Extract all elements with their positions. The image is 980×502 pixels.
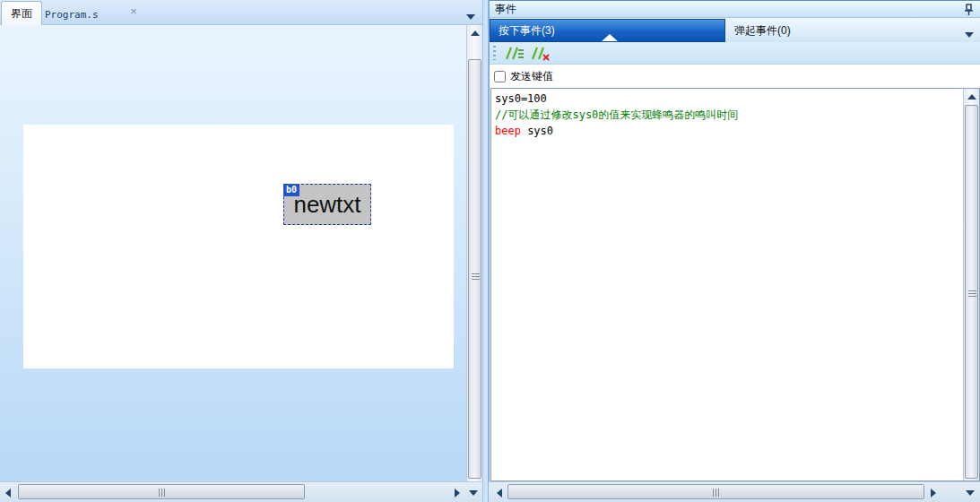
tab-press-event-label: 按下事件(3)	[499, 23, 555, 39]
scroll-up-button[interactable]	[467, 25, 483, 40]
scroll-right-button[interactable]	[449, 485, 465, 500]
code-keyword: beep	[495, 125, 521, 137]
event-panel-title: 事件	[495, 2, 516, 17]
send-key-row: 发送键值	[490, 65, 980, 88]
arrow-right-icon	[455, 489, 460, 498]
design-page[interactable]: b0 newtxt	[23, 125, 454, 368]
toolbar-grip[interactable]	[493, 46, 496, 60]
scroll-up-button[interactable]	[964, 89, 980, 104]
scroll-grip	[713, 489, 720, 497]
hscroll-thumb[interactable]	[18, 484, 305, 499]
tab-release-event[interactable]: 弹起事件(0)	[725, 19, 980, 42]
tab-interface[interactable]: 界面	[1, 1, 42, 25]
code-vscrollbar[interactable]	[963, 89, 979, 480]
tab-press-event[interactable]: 按下事件(3)	[490, 19, 725, 42]
tab-interface-label: 界面	[11, 6, 32, 22]
scroll-down-button[interactable]	[465, 485, 481, 500]
scroll-grip	[159, 489, 166, 497]
vscroll-thumb[interactable]	[965, 105, 978, 479]
event-code-editor[interactable]: sys0=100 //可以通过修改sys0的值来实现蜂鸣器的鸣叫时间 beep …	[490, 88, 980, 481]
design-tabbar: 界面 Program.s ×	[0, 0, 482, 25]
remove-comment-icon[interactable]	[528, 45, 551, 61]
tab-program[interactable]: Program.s	[45, 4, 122, 25]
scroll-grip	[968, 290, 976, 298]
code-hscrollbar[interactable]	[489, 481, 980, 502]
event-panel: 事件 按下事件(3) 弹起事件(0)	[489, 0, 980, 502]
scroll-left-button[interactable]	[491, 485, 507, 500]
code-argument: sys0	[521, 125, 553, 137]
scroll-grip	[472, 273, 480, 281]
chevron-down-icon	[466, 14, 475, 20]
chevron-down-icon	[965, 32, 974, 38]
add-comment-icon[interactable]	[501, 45, 525, 61]
arrow-left-icon	[497, 489, 502, 498]
scroll-down-button[interactable]	[962, 485, 978, 500]
widget-text: newtxt	[293, 191, 360, 219]
tab-program-label: Program.s	[45, 9, 99, 21]
hscroll-thumb[interactable]	[507, 484, 924, 499]
hmi-editor-window: 界面 Program.s × b0 newtxt	[0, 0, 980, 502]
arrow-left-icon	[5, 489, 11, 498]
event-toolbar	[490, 42, 980, 65]
design-canvas[interactable]: b0 newtxt	[0, 25, 466, 481]
arrow-down-icon	[966, 490, 975, 496]
canvas-vscrollbar[interactable]	[466, 25, 482, 481]
code-line-comment: //可以通过修改sys0的值来实现蜂鸣器的鸣叫时间	[495, 107, 979, 123]
code-line: sys0=100	[495, 91, 979, 107]
arrow-up-icon	[967, 94, 976, 100]
vscroll-thumb[interactable]	[468, 59, 481, 479]
send-key-checkbox[interactable]	[494, 71, 506, 82]
button-widget-b0[interactable]: b0 newtxt	[283, 184, 371, 225]
send-key-label: 发送键值	[510, 69, 553, 84]
pin-icon[interactable]	[963, 4, 975, 16]
active-tab-notch	[602, 34, 618, 41]
scroll-right-button[interactable]	[925, 485, 941, 500]
event-tabrow: 按下事件(3) 弹起事件(0)	[490, 19, 980, 42]
panel-splitter[interactable]	[482, 0, 489, 502]
canvas-hscrollbar[interactable]	[0, 481, 482, 502]
close-tab-icon[interactable]: ×	[127, 5, 140, 18]
design-panel: 界面 Program.s × b0 newtxt	[0, 0, 482, 502]
arrow-down-icon	[469, 490, 478, 496]
arrow-right-icon	[931, 489, 936, 498]
widget-id-badge: b0	[283, 184, 299, 196]
event-panel-titlebar: 事件	[490, 0, 980, 18]
tab-release-event-label: 弹起事件(0)	[734, 23, 791, 39]
arrow-up-icon	[471, 30, 480, 36]
event-tab-dropdown[interactable]	[965, 28, 974, 40]
scroll-left-button[interactable]	[0, 485, 16, 500]
tab-list-dropdown[interactable]	[466, 10, 475, 22]
code-line: beep sys0	[495, 123, 979, 139]
